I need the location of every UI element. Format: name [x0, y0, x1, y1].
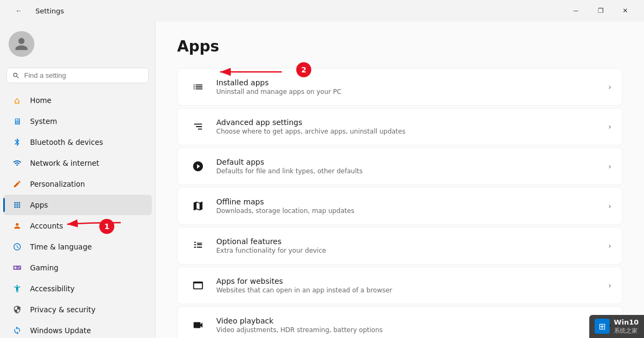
- accounts-icon: [12, 221, 23, 231]
- setting-item-installed-apps[interactable]: Installed apps Uninstall and manage apps…: [177, 68, 623, 106]
- list-icon: [188, 77, 208, 97]
- sidebar-item-gaming[interactable]: Gaming: [3, 258, 152, 278]
- setting-title: Video playback: [216, 317, 599, 325]
- sidebar-nav: ⌂ Home 🖥 System Bluetooth & devices Netw…: [0, 90, 155, 338]
- time-icon: [12, 241, 23, 252]
- title-bar-title: Settings: [35, 7, 64, 15]
- sidebar-item-time[interactable]: Time & language: [3, 237, 152, 257]
- setting-text: Default apps Defaults for file and link …: [216, 158, 599, 175]
- close-button[interactable]: ✕: [613, 2, 638, 19]
- sidebar-item-label: Gaming: [30, 263, 58, 272]
- sidebar: ⌂ Home 🖥 System Bluetooth & devices Netw…: [0, 21, 156, 338]
- sidebar-item-privacy[interactable]: Privacy & security: [3, 299, 152, 320]
- sidebar-item-home[interactable]: ⌂ Home: [3, 90, 152, 111]
- chevron-right-icon: ›: [608, 202, 611, 210]
- sidebar-item-label: Bluetooth & devices: [30, 138, 103, 146]
- web-icon: [188, 276, 208, 295]
- sidebar-item-label: Time & language: [30, 243, 92, 251]
- setting-title: Optional features: [216, 237, 599, 246]
- setting-desc: Choose where to get apps, archive apps, …: [216, 128, 599, 135]
- setting-title: Default apps: [216, 158, 599, 166]
- app-container: ⌂ Home 🖥 System Bluetooth & devices Netw…: [0, 21, 644, 338]
- sidebar-item-label: Home: [30, 96, 52, 105]
- sidebar-item-accessibility[interactable]: Accessibility: [3, 278, 152, 299]
- home-icon: ⌂: [12, 95, 23, 106]
- setting-item-optional-features[interactable]: Optional features Extra functionality fo…: [177, 227, 623, 264]
- personalization-icon: [12, 179, 23, 189]
- setting-desc: Uninstall and manage apps on your PC: [216, 88, 599, 95]
- sidebar-item-accounts[interactable]: Accounts: [3, 216, 152, 236]
- setting-text: Video playback Video adjustments, HDR st…: [216, 317, 599, 334]
- search-box[interactable]: [6, 68, 149, 83]
- setting-title: Apps for websites: [216, 277, 599, 285]
- chevron-right-icon: ›: [608, 83, 611, 91]
- setting-title: Installed apps: [216, 78, 599, 87]
- setting-item-apps-websites[interactable]: Apps for websites Websites that can open…: [177, 267, 623, 304]
- title-bar-left: ← Settings: [6, 2, 64, 19]
- gaming-icon: [12, 262, 23, 273]
- chevron-right-icon: ›: [608, 122, 611, 131]
- setting-desc: Video adjustments, HDR streaming, batter…: [216, 326, 599, 334]
- sidebar-item-label: System: [30, 117, 57, 126]
- setting-desc: Extra functionality for your device: [216, 247, 599, 254]
- optional-icon: [188, 236, 208, 255]
- sidebar-item-label: Apps: [30, 201, 48, 209]
- setting-text: Offline maps Downloads, storage location…: [216, 197, 599, 215]
- default-icon: [188, 157, 208, 176]
- watermark: ⊞ Win10 系统之家: [589, 315, 644, 338]
- watermark-logo: ⊞: [595, 319, 610, 334]
- setting-desc: Defaults for file and link types, other …: [216, 167, 599, 175]
- setting-item-offline-maps[interactable]: Offline maps Downloads, storage location…: [177, 187, 623, 225]
- setting-desc: Websites that can open in an app instead…: [216, 286, 599, 294]
- bluetooth-icon: [12, 137, 23, 148]
- chevron-right-icon: ›: [608, 281, 611, 290]
- setting-text: Advanced app settings Choose where to ge…: [216, 118, 599, 135]
- map-icon: [188, 196, 208, 216]
- sidebar-item-label: Privacy & security: [30, 305, 96, 314]
- setting-desc: Downloads, storage location, map updates: [216, 207, 599, 215]
- setting-text: Optional features Extra functionality fo…: [216, 237, 599, 254]
- setting-text: Installed apps Uninstall and manage apps…: [216, 78, 599, 95]
- sidebar-item-personalization[interactable]: Personalization: [3, 174, 152, 194]
- sidebar-item-update[interactable]: Windows Update: [3, 320, 152, 338]
- sidebar-item-apps[interactable]: Apps: [3, 195, 152, 215]
- minimize-button[interactable]: ─: [564, 2, 588, 19]
- sidebar-item-system[interactable]: 🖥 System: [3, 111, 152, 131]
- avatar: [9, 31, 34, 57]
- network-icon: [12, 158, 23, 168]
- sidebar-item-label: Windows Update: [30, 326, 91, 335]
- chevron-right-icon: ›: [608, 241, 611, 250]
- video-icon: [188, 315, 208, 335]
- update-icon: [12, 325, 23, 336]
- title-bar-controls: ─ ❐ ✕: [564, 2, 638, 19]
- sidebar-item-label: Personalization: [30, 180, 85, 188]
- setting-title: Offline maps: [216, 197, 599, 206]
- accessibility-icon: [12, 283, 23, 294]
- maximize-button[interactable]: ❐: [588, 2, 613, 19]
- chevron-right-icon: ›: [608, 162, 611, 171]
- system-icon: 🖥: [12, 116, 23, 127]
- user-section: [0, 26, 155, 68]
- sidebar-item-label: Network & internet: [30, 159, 99, 167]
- privacy-icon: [12, 304, 23, 315]
- setting-item-video-playback[interactable]: Video playback Video adjustments, HDR st…: [177, 306, 623, 338]
- setting-item-advanced-app[interactable]: Advanced app settings Choose where to ge…: [177, 108, 623, 145]
- sidebar-item-bluetooth[interactable]: Bluetooth & devices: [3, 132, 152, 152]
- back-button[interactable]: ←: [6, 2, 31, 19]
- setting-title: Advanced app settings: [216, 118, 599, 127]
- title-bar: ← Settings ─ ❐ ✕: [0, 0, 644, 21]
- search-icon: [12, 72, 20, 79]
- sidebar-item-network[interactable]: Network & internet: [3, 153, 152, 173]
- settings-list: Installed apps Uninstall and manage apps…: [177, 68, 623, 338]
- setting-item-default-apps[interactable]: Default apps Defaults for file and link …: [177, 148, 623, 185]
- sidebar-item-label: Accessibility: [30, 284, 75, 293]
- watermark-text: Win10 系统之家: [614, 318, 639, 335]
- sidebar-item-label: Accounts: [30, 222, 63, 230]
- main-content: Apps Installed apps Uninstall and manage…: [156, 21, 644, 338]
- page-title: Apps: [177, 38, 623, 55]
- apps-icon: [12, 200, 23, 210]
- search-input[interactable]: [24, 71, 143, 79]
- advanced-icon: [188, 117, 208, 136]
- setting-text: Apps for websites Websites that can open…: [216, 277, 599, 294]
